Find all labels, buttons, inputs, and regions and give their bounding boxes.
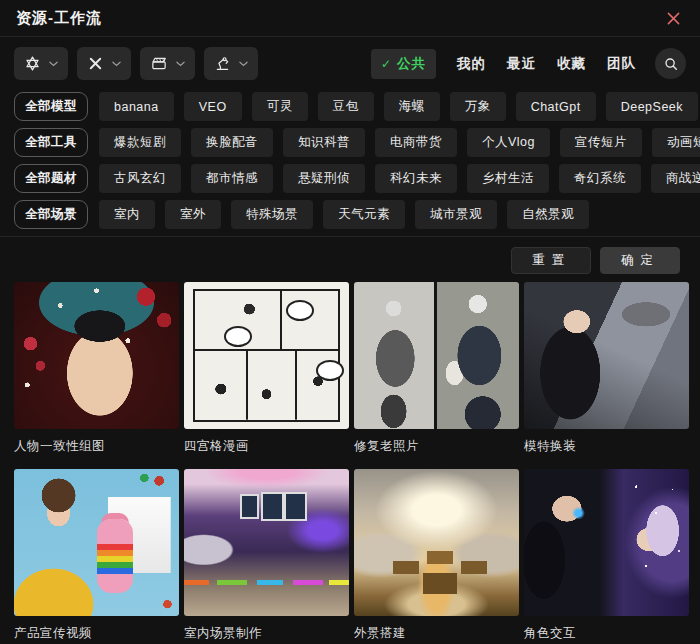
- category-button-2[interactable]: 全部题材: [14, 164, 88, 193]
- filter-tag[interactable]: 万象: [450, 92, 506, 121]
- filter-tag[interactable]: 悬疑刑侦: [283, 164, 365, 193]
- card-thumb-sky[interactable]: [354, 469, 519, 616]
- chevron-down-icon: [176, 61, 185, 67]
- card-caption: 室内场景制作: [184, 625, 349, 642]
- card-caption: 模特换装: [524, 438, 689, 455]
- template-card[interactable]: 外景搭建: [354, 469, 519, 642]
- filter-tag[interactable]: ChatGpt: [516, 92, 596, 121]
- card-caption: 修复老照片: [354, 438, 519, 455]
- filter-tag[interactable]: 乡村生活: [467, 164, 549, 193]
- card-thumb-comic[interactable]: [184, 282, 349, 429]
- card-caption: 人物一致性组图: [14, 438, 179, 455]
- template-card[interactable]: 修复老照片: [354, 282, 519, 455]
- filter-tag[interactable]: 爆款短剧: [99, 128, 181, 157]
- tag-group: 爆款短剧换脸配音知识科普电商带货个人Vlog宣传短片动画短片教育课程: [99, 128, 700, 157]
- card-thumb-model[interactable]: [524, 282, 689, 429]
- resource-workflow-dialog: 资源-工作流: [0, 0, 700, 644]
- category-button-1[interactable]: 全部工具: [14, 128, 88, 157]
- card-thumb-product[interactable]: [14, 469, 179, 616]
- filter-tag[interactable]: 可灵: [252, 92, 308, 121]
- scope-tab-2[interactable]: 最近: [507, 55, 536, 73]
- toolbar: ✓ 公共 我的 最近 收藏 团队: [0, 37, 700, 90]
- filter-tag[interactable]: 自然景观: [507, 200, 589, 229]
- filter-tag[interactable]: 城市景观: [415, 200, 497, 229]
- close-button[interactable]: [662, 7, 684, 29]
- filter-tag[interactable]: 商战逆袭: [651, 164, 700, 193]
- filter-tag[interactable]: 宣传短片: [560, 128, 642, 157]
- close-icon: [665, 10, 682, 27]
- scope-tab-4[interactable]: 团队: [607, 55, 636, 73]
- template-gallery: 人物一致性组图 四宫格漫画 修复老照片 模特换装 产品宣传视频 室内场景制作 外…: [0, 282, 700, 644]
- template-card[interactable]: 产品宣传视频: [14, 469, 179, 642]
- confirm-button[interactable]: 确定: [600, 247, 680, 274]
- card-caption: 四宫格漫画: [184, 438, 349, 455]
- scope-tab-0[interactable]: ✓ 公共: [371, 49, 436, 79]
- template-card[interactable]: 模特换装: [524, 282, 689, 455]
- tag-group: 室内室外特殊场景天气元素城市景观自然景观: [99, 200, 589, 229]
- filter-tag[interactable]: 换脸配音: [191, 128, 273, 157]
- clapperboard-icon: [150, 55, 168, 72]
- filter-tag[interactable]: 室外: [165, 200, 221, 229]
- card-thumb-couple[interactable]: [524, 469, 689, 616]
- titlebar: 资源-工作流: [0, 0, 700, 37]
- openai-icon: [24, 55, 41, 72]
- card-thumb-opera[interactable]: [14, 282, 179, 429]
- category-button-0[interactable]: 全部模型: [14, 92, 88, 121]
- template-card[interactable]: 角色交互: [524, 469, 689, 642]
- pen-tools-icon: [87, 55, 104, 72]
- chevron-down-icon: [239, 61, 248, 67]
- tag-group: bananaVEO可灵豆包海螺万象ChatGptDeepSeek千帆: [99, 92, 700, 121]
- template-card[interactable]: 四宫格漫画: [184, 282, 349, 455]
- filter-row: 全部场景 室内室外特殊场景天气元素城市景观自然景观: [14, 200, 686, 229]
- template-card[interactable]: 室内场景制作: [184, 469, 349, 642]
- search-icon: [663, 56, 679, 72]
- tag-group: 古风玄幻都市情感悬疑刑侦科幻未来乡村生活奇幻系统商战逆袭历史传奇: [99, 164, 700, 193]
- filter-tag[interactable]: 古风玄幻: [99, 164, 181, 193]
- category-button-3[interactable]: 全部场景: [14, 200, 88, 229]
- card-caption: 角色交互: [524, 625, 689, 642]
- filter-tag[interactable]: 室内: [99, 200, 155, 229]
- filter-tag[interactable]: 科幻未来: [375, 164, 457, 193]
- check-icon: ✓: [381, 58, 392, 70]
- filter-tag[interactable]: 特殊场景: [231, 200, 313, 229]
- filter-tag[interactable]: DeepSeek: [606, 92, 698, 121]
- template-card[interactable]: 人物一致性组图: [14, 282, 179, 455]
- filter-row: 全部模型 bananaVEO可灵豆包海螺万象ChatGptDeepSeek千帆: [14, 92, 686, 121]
- scope-tab-1[interactable]: 我的: [457, 55, 486, 73]
- filter-tag[interactable]: 奇幻系统: [559, 164, 641, 193]
- filter-tag[interactable]: 豆包: [318, 92, 374, 121]
- page-title: 资源-工作流: [16, 9, 102, 28]
- model-dropdown[interactable]: [14, 47, 68, 80]
- card-caption: 外景搭建: [354, 625, 519, 642]
- scope-tab-3[interactable]: 收藏: [557, 55, 586, 73]
- tools-dropdown[interactable]: [77, 47, 131, 80]
- actions-row: 重置 确定: [0, 237, 700, 282]
- scope-group: ✓ 公共 我的 最近 收藏 团队: [371, 48, 686, 79]
- filter-section: 全部模型 bananaVEO可灵豆包海螺万象ChatGptDeepSeek千帆 …: [0, 90, 700, 229]
- chevron-down-icon: [112, 61, 121, 67]
- filter-tag[interactable]: 知识科普: [283, 128, 365, 157]
- filter-tag[interactable]: 电商带货: [375, 128, 457, 157]
- card-caption: 产品宣传视频: [14, 625, 179, 642]
- card-thumb-room[interactable]: [184, 469, 349, 616]
- video-dropdown[interactable]: [140, 47, 195, 80]
- filter-row: 全部工具 爆款短剧换脸配音知识科普电商带货个人Vlog宣传短片动画短片教育课程: [14, 128, 686, 157]
- card-thumb-restore[interactable]: [354, 282, 519, 429]
- filter-tag[interactable]: 个人Vlog: [467, 128, 550, 157]
- equipment-dropdown[interactable]: [204, 47, 258, 80]
- search-button[interactable]: [655, 48, 686, 79]
- filter-row: 全部题材 古风玄幻都市情感悬疑刑侦科幻未来乡村生活奇幻系统商战逆袭历史传奇: [14, 164, 686, 193]
- chevron-down-icon: [49, 61, 58, 67]
- filter-tag[interactable]: 天气元素: [323, 200, 405, 229]
- filter-tag[interactable]: 动画短片: [652, 128, 700, 157]
- filter-tag[interactable]: banana: [99, 92, 174, 121]
- robot-arm-icon: [214, 55, 231, 72]
- reset-button[interactable]: 重置: [511, 247, 591, 274]
- filter-tag[interactable]: 海螺: [384, 92, 440, 121]
- filter-tag[interactable]: 都市情感: [191, 164, 273, 193]
- filter-tag[interactable]: VEO: [184, 92, 242, 121]
